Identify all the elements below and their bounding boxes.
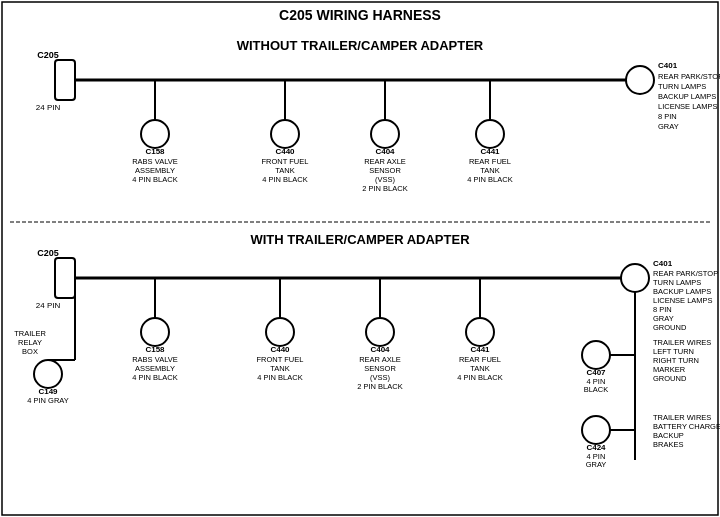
c404-desc1-s1: REAR AXLE — [364, 157, 406, 166]
c401-circle-s2 — [621, 264, 649, 292]
c440-circle-s1 — [271, 120, 299, 148]
c440-desc2-s1: TANK — [275, 166, 294, 175]
c401-circle-s1 — [626, 66, 654, 94]
c401-color-s1: GRAY — [658, 122, 679, 131]
c440-desc2-s2: TANK — [270, 364, 289, 373]
c401-label-s2: C401 — [653, 259, 673, 268]
c441-desc3-s2: 4 PIN BLACK — [457, 373, 502, 382]
c158-circle-s2 — [141, 318, 169, 346]
c158-desc3-s1: 4 PIN BLACK — [132, 175, 177, 184]
c158-desc2-s1: ASSEMBLY — [135, 166, 175, 175]
c404-desc4-s1: 2 PIN BLACK — [362, 184, 407, 193]
c404-circle-s1 — [371, 120, 399, 148]
c149-circle-s2 — [34, 360, 62, 388]
c401-pins-s2: 8 PIN — [653, 305, 672, 314]
c440-desc3-s2: 4 PIN BLACK — [257, 373, 302, 382]
c404-circle-s2 — [366, 318, 394, 346]
c401-desc3-s2: BACKUP LAMPS — [653, 287, 711, 296]
diagram-container: C205 WIRING HARNESS WITHOUT TRAILER/CAMP… — [0, 0, 720, 517]
c404-desc1-s2: REAR AXLE — [359, 355, 401, 364]
c441-desc1-s1: REAR FUEL — [469, 157, 511, 166]
c205-connector-s2 — [55, 258, 75, 298]
c158-circle-s1 — [141, 120, 169, 148]
c401-desc3-s1: BACKUP LAMPS — [658, 92, 716, 101]
c441-label-s1: C441 — [480, 147, 500, 156]
c404-desc3-s1: (VSS) — [375, 175, 396, 184]
c149-desc-s2: 4 PIN GRAY — [27, 396, 69, 405]
c149-label-s2: C149 — [38, 387, 58, 396]
c440-desc3-s1: 4 PIN BLACK — [262, 175, 307, 184]
c441-desc3-s1: 4 PIN BLACK — [467, 175, 512, 184]
c407-info1-s2: TRAILER WIRES — [653, 338, 711, 347]
main-title: C205 WIRING HARNESS — [279, 7, 441, 23]
c158-desc3-s2: 4 PIN BLACK — [132, 373, 177, 382]
trailer-relay-label2: RELAY — [18, 338, 42, 347]
c407-info4-s2: MARKER — [653, 365, 686, 374]
c158-desc1-s1: RABS VALVE — [132, 157, 178, 166]
c404-desc2-s1: SENSOR — [369, 166, 401, 175]
c158-desc2-s2: ASSEMBLY — [135, 364, 175, 373]
c401-desc4-s2: LICENSE LAMPS — [653, 296, 713, 305]
c440-circle-s2 — [266, 318, 294, 346]
c407-desc2-s2: BLACK — [584, 385, 609, 394]
c401-color-s2: GRAY — [653, 314, 674, 323]
trailer-relay-label1: TRAILER — [14, 329, 46, 338]
c441-desc2-s2: TANK — [470, 364, 489, 373]
c424-info2-s2: BATTERY CHARGE — [653, 422, 720, 431]
section1-label: WITHOUT TRAILER/CAMPER ADAPTER — [237, 38, 484, 53]
c158-desc1-s2: RABS VALVE — [132, 355, 178, 364]
c441-desc1-s2: REAR FUEL — [459, 355, 501, 364]
c205-pins-s2: 24 PIN — [36, 301, 61, 310]
c205-pins-s1: 24 PIN — [36, 103, 61, 112]
c441-circle-s2 — [466, 318, 494, 346]
c440-label-s2: C440 — [270, 345, 290, 354]
c440-desc1-s2: FRONT FUEL — [257, 355, 304, 364]
c401-desc1-s1: REAR PARK/STOP — [658, 72, 720, 81]
c205-label-s1: C205 — [37, 50, 59, 60]
c205-label-s2: C205 — [37, 248, 59, 258]
c205-connector-s1 — [55, 60, 75, 100]
c401-ground-s2: GROUND — [653, 323, 687, 332]
trailer-relay-label3: BOX — [22, 347, 38, 356]
section2-label: WITH TRAILER/CAMPER ADAPTER — [250, 232, 470, 247]
c407-info3-s2: RIGHT TURN — [653, 356, 699, 365]
c401-pins-s1: 8 PIN — [658, 112, 677, 121]
c401-desc1-s2: REAR PARK/STOP — [653, 269, 718, 278]
c424-desc2-s2: GRAY — [586, 460, 607, 469]
c407-info2-s2: LEFT TURN — [653, 347, 694, 356]
c440-label-s1: C440 — [275, 147, 295, 156]
c404-label-s1: C404 — [375, 147, 395, 156]
c158-label-s2: C158 — [145, 345, 165, 354]
c401-desc2-s2: TURN LAMPS — [653, 278, 701, 287]
c440-desc1-s1: FRONT FUEL — [262, 157, 309, 166]
c424-info4-s2: BRAKES — [653, 440, 683, 449]
c401-label-s1: C401 — [658, 61, 678, 70]
c424-info1-s2: TRAILER WIRES — [653, 413, 711, 422]
c407-info5-s2: GROUND — [653, 374, 687, 383]
c424-info3-s2: BACKUP — [653, 431, 684, 440]
c441-label-s2: C441 — [470, 345, 490, 354]
c401-desc2-s1: TURN LAMPS — [658, 82, 706, 91]
c158-label-s1: C158 — [145, 147, 165, 156]
c441-circle-s1 — [476, 120, 504, 148]
c424-circle-s2 — [582, 416, 610, 444]
c404-label-s2: C404 — [370, 345, 390, 354]
c407-circle-s2 — [582, 341, 610, 369]
c441-desc2-s1: TANK — [480, 166, 499, 175]
c404-desc3-s2: (VSS) — [370, 373, 391, 382]
c407-label-s2: C407 — [586, 368, 606, 377]
c404-desc4-s2: 2 PIN BLACK — [357, 382, 402, 391]
c401-desc4-s1: LICENSE LAMPS — [658, 102, 718, 111]
c404-desc2-s2: SENSOR — [364, 364, 396, 373]
c424-label-s2: C424 — [586, 443, 606, 452]
wiring-diagram-svg: C205 WIRING HARNESS WITHOUT TRAILER/CAMP… — [0, 0, 720, 517]
